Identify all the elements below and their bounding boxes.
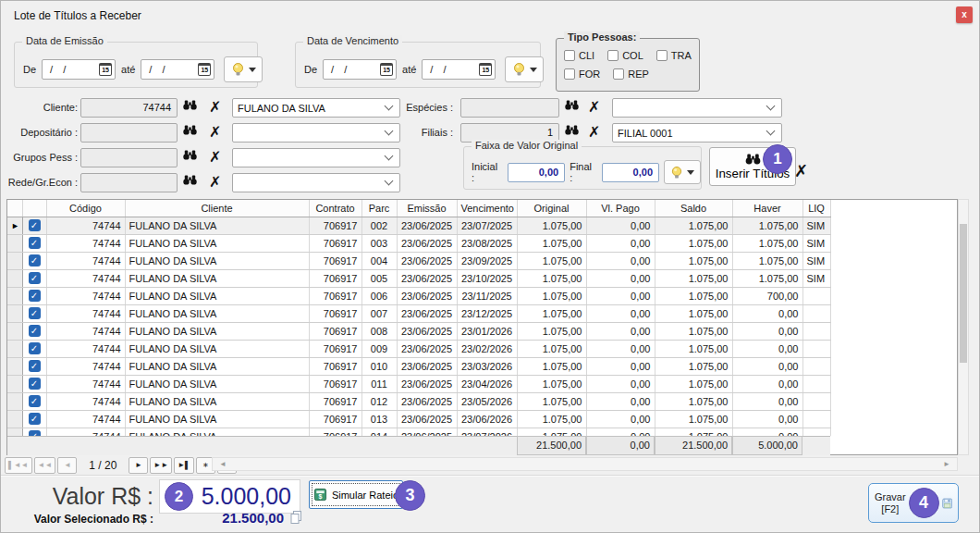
grid-cell[interactable]: 006 — [361, 287, 397, 304]
grid-cell[interactable] — [802, 375, 830, 392]
grid-cell[interactable]: 23/06/2025 — [397, 234, 457, 252]
grid-cell[interactable]: 706917 — [309, 217, 361, 234]
scroll-right-icon[interactable]: ► — [943, 460, 950, 468]
grid-row[interactable]: ✓74744FULANO DA SILVA70691700923/06/2025… — [7, 340, 830, 357]
grid-cell[interactable]: 0,00 — [586, 375, 655, 392]
emissao-from-input[interactable]: / / 15 — [42, 59, 116, 80]
grid-cell[interactable]: SIM — [802, 217, 830, 234]
grid-row[interactable]: ✓74744FULANO DA SILVA70691701323/06/2025… — [7, 410, 830, 428]
row-checkbox[interactable]: ✓ — [29, 237, 41, 249]
grid-cell[interactable]: 0,00 — [586, 428, 655, 436]
tipo-pessoa-cli[interactable]: CLI — [564, 50, 594, 61]
grid-cell[interactable]: 23/01/2026 — [457, 322, 517, 340]
grid-cell[interactable]: 1.075,00 — [655, 287, 732, 304]
especies-code-input[interactable] — [460, 98, 559, 118]
row-checkbox[interactable]: ✓ — [29, 254, 41, 266]
calendar-icon[interactable]: 15 — [99, 63, 112, 76]
grid-row[interactable]: ✓74744FULANO DA SILVA70691701123/06/2025… — [7, 375, 830, 392]
grid-cell[interactable]: 1.075,00 — [517, 304, 586, 322]
grid-cell[interactable]: 706917 — [309, 304, 361, 322]
grid-cell[interactable]: 23/11/2025 — [457, 287, 517, 304]
row-checkbox[interactable]: ✓ — [29, 413, 41, 425]
grid-cell[interactable]: 23/02/2026 — [457, 340, 517, 357]
grid-cell[interactable]: 1.075,00 — [517, 357, 586, 375]
grid-cell[interactable] — [802, 322, 830, 340]
grid-cell[interactable]: 0,00 — [586, 392, 655, 410]
grid-cell[interactable]: 012 — [361, 392, 397, 410]
gravar-button[interactable]: Gravar [F2] 4 — [868, 483, 959, 523]
grid-cell[interactable]: 0,00 — [586, 217, 655, 234]
grid-cell[interactable]: 74744 — [46, 375, 125, 392]
column-header[interactable]: Vencimento — [457, 200, 517, 217]
nav-prior-page[interactable]: ◄◄ — [34, 457, 56, 474]
grid-cell[interactable]: 0,00 — [732, 428, 802, 436]
grid-cell[interactable]: 0,00 — [586, 340, 655, 357]
grid-cell[interactable]: 1.075,00 — [517, 252, 586, 269]
grid-cell[interactable] — [802, 428, 830, 436]
grid-cell[interactable]: 74744 — [46, 304, 125, 322]
grid-cell[interactable]: 706917 — [309, 287, 361, 304]
grid-cell[interactable]: 706917 — [309, 392, 361, 410]
grid-cell[interactable]: 0,00 — [586, 252, 655, 269]
grid-cell[interactable]: 1.075,00 — [517, 234, 586, 252]
grid-cell[interactable]: 74744 — [46, 428, 125, 436]
grid-cell[interactable] — [802, 392, 830, 410]
grid-cell[interactable]: 1.075,00 — [517, 322, 586, 340]
row-checkbox[interactable]: ✓ — [29, 290, 41, 302]
grid-cell[interactable]: 0,00 — [732, 322, 802, 340]
grid-cell[interactable]: 004 — [361, 252, 397, 269]
grid-cell[interactable]: 74744 — [46, 287, 125, 304]
vencimento-to-input[interactable]: / / 15 — [422, 59, 496, 80]
grid-cell[interactable]: FULANO DA SILVA — [125, 252, 309, 269]
grid-cell[interactable]: SIM — [802, 234, 830, 252]
grid-cell[interactable]: SIM — [802, 269, 830, 287]
grid-row[interactable]: ✓74744FULANO DA SILVA70691700423/06/2025… — [7, 252, 830, 269]
grid-cell[interactable]: FULANO DA SILVA — [125, 217, 309, 234]
grupos-pess-combo[interactable] — [232, 148, 400, 167]
tipo-pessoa-col[interactable]: COL — [607, 50, 643, 61]
column-header[interactable]: LIQ — [802, 200, 830, 217]
grid-row[interactable]: ✓74744FULANO DA SILVA70691700723/06/2025… — [7, 304, 830, 322]
close-icon[interactable]: x — [956, 6, 973, 23]
grid-cell[interactable] — [802, 340, 830, 357]
grid-cell[interactable]: 014 — [361, 428, 397, 436]
grid-cell[interactable] — [802, 410, 830, 428]
grid-vertical-scrollbar[interactable] — [958, 199, 969, 455]
grid-cell[interactable]: 706917 — [309, 252, 361, 269]
checkbox-icon[interactable] — [613, 68, 624, 80]
grid-cell[interactable]: 002 — [361, 217, 397, 234]
tipo-pessoa-for[interactable]: FOR — [564, 68, 600, 80]
grid-cell[interactable]: 0,00 — [732, 392, 802, 410]
column-header[interactable]: Vl. Pago — [586, 200, 655, 217]
grid-cell[interactable]: 23/07/2026 — [457, 428, 517, 436]
grid-cell[interactable]: 1.075,00 — [655, 340, 732, 357]
grid-cell[interactable]: 23/03/2026 — [457, 357, 517, 375]
grid-cell[interactable] — [802, 287, 830, 304]
grid-cell[interactable]: 0,00 — [732, 357, 802, 375]
row-checkbox[interactable]: ✓ — [29, 307, 41, 319]
emissao-to-input[interactable]: / / 15 — [141, 59, 214, 80]
grid-cell[interactable]: 74744 — [46, 252, 125, 269]
grid-cell[interactable]: 0,00 — [586, 287, 655, 304]
grid-cell[interactable]: 1.075,00 — [655, 410, 732, 428]
grid-cell[interactable]: FULANO DA SILVA — [125, 357, 309, 375]
column-header[interactable]: Emissão — [397, 200, 457, 217]
row-checkbox[interactable]: ✓ — [29, 272, 41, 284]
grid-cell[interactable]: 1.075,00 — [732, 269, 802, 287]
grid-cell[interactable]: 706917 — [309, 375, 361, 392]
grid-cell[interactable]: 23/06/2025 — [397, 287, 457, 304]
grid-row[interactable]: ✓74744FULANO DA SILVA70691700523/06/2025… — [7, 269, 830, 287]
grid-cell[interactable]: 1.075,00 — [732, 234, 802, 252]
tipo-pessoa-rep[interactable]: REP — [613, 68, 649, 80]
grid-cell[interactable]: 23/06/2025 — [397, 392, 457, 410]
grid-cell[interactable]: 1.075,00 — [655, 269, 732, 287]
faixa-options-button[interactable] — [664, 160, 701, 184]
grid-cell[interactable]: 23/06/2025 — [397, 357, 457, 375]
grid-cell[interactable]: 0,00 — [586, 234, 655, 252]
filiais-search-button[interactable] — [565, 125, 579, 137]
especies-clear-icon[interactable]: ✗ — [588, 100, 600, 115]
grid-cell[interactable]: 1.075,00 — [655, 322, 732, 340]
nav-last[interactable]: ►▌ — [174, 457, 194, 474]
row-checkbox[interactable]: ✓ — [29, 342, 41, 354]
calendar-icon[interactable]: 15 — [198, 63, 211, 76]
